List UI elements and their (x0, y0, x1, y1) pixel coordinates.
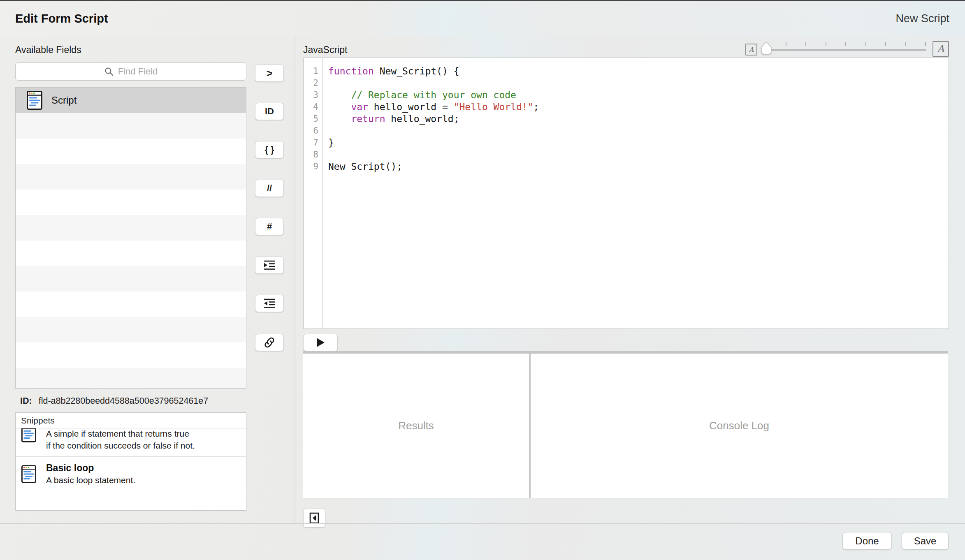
indent-button[interactable] (255, 257, 284, 274)
snippet-icon (21, 428, 36, 442)
code-line: 7} (304, 137, 949, 149)
field-row-script[interactable]: Script (16, 88, 246, 113)
slider-tick (805, 42, 806, 46)
empty-field-row (16, 266, 246, 292)
snippet-description-line: if the condition succeeds or false if no… (46, 440, 195, 451)
indent-icon (263, 260, 276, 271)
slider-tick (925, 42, 926, 46)
code-line: 6 (304, 125, 949, 137)
code-line: 2 (304, 77, 949, 89)
insert-braces-button[interactable]: { } (255, 141, 284, 158)
code-line: 5 return hello_world; (304, 113, 949, 125)
code-text: return hello_world; (322, 113, 459, 125)
code-text (322, 125, 328, 137)
insert-id-button[interactable]: ID (255, 103, 284, 120)
line-number: 8 (304, 149, 322, 161)
empty-field-row (16, 139, 246, 164)
font-size-small-button[interactable]: A (745, 44, 757, 56)
code-line: 4 var hello_world = "Hello World!"; (304, 101, 949, 113)
console-placeholder: Console Log (709, 419, 769, 432)
code-lines: 1function New_Script() {23 // Replace wi… (304, 65, 949, 173)
empty-field-rows (16, 113, 246, 389)
results-panel: Results (303, 354, 529, 498)
empty-field-row (16, 164, 246, 190)
slider-tick (786, 42, 786, 46)
line-number: 2 (304, 77, 322, 89)
insert-field-button[interactable]: > (255, 65, 284, 82)
header-bar: Edit Form Script New Script (0, 1, 965, 36)
outdent-button[interactable] (255, 295, 284, 312)
insert-comment-button[interactable]: // (255, 180, 284, 197)
snippet-description-line: A simple if statement that returns true (46, 428, 195, 440)
empty-field-row (16, 190, 246, 215)
empty-field-row (16, 317, 246, 342)
code-text (322, 149, 328, 161)
snippet-icon (21, 465, 36, 483)
empty-field-row (16, 241, 246, 266)
code-line: 9New_Script(); (304, 161, 949, 173)
panel-divider (295, 36, 295, 523)
output-panels: Results Console Log (303, 351, 948, 498)
search-placeholder: Find Field (118, 66, 158, 77)
script-field-icon (27, 91, 42, 110)
line-number: 5 (304, 113, 322, 125)
code-text: } (322, 137, 334, 149)
page-title: Edit Form Script (15, 1, 108, 36)
code-line: 3 // Replace with your own code (304, 89, 949, 101)
insert-link-button[interactable] (255, 334, 284, 351)
slider-tick (905, 42, 906, 46)
snippet-item-basic-loop[interactable]: Basic loop A basic loop statement. (16, 457, 246, 506)
find-field-input[interactable]: Find Field (15, 62, 246, 81)
insert-number-button[interactable]: # (255, 218, 284, 235)
snippet-item-if-statement[interactable]: A simple if statement that returns true … (16, 428, 246, 457)
script-name-label: New Script (895, 1, 949, 36)
empty-field-row (16, 292, 246, 317)
search-icon (104, 67, 114, 76)
snippets-panel: Snippets A simple if statement that retu… (15, 412, 246, 511)
empty-field-row (16, 113, 246, 139)
console-log-panel: Console Log (531, 354, 948, 498)
run-script-button[interactable] (303, 334, 338, 351)
save-button[interactable]: Save (902, 532, 949, 550)
snippets-list[interactable]: A simple if statement that returns true … (16, 428, 246, 510)
font-size-slider-thumb[interactable] (759, 41, 774, 56)
line-number: 7 (304, 137, 322, 149)
font-size-slider-ticks (766, 42, 926, 46)
field-label: Script (51, 95, 77, 106)
outdent-icon (263, 298, 276, 309)
field-id-row: ID:fld-a8b2280beedd4588a500e379652461e7 (20, 394, 208, 407)
font-size-large-button[interactable]: A (933, 41, 949, 57)
code-text: // Replace with your own code (322, 89, 516, 101)
available-fields-label: Available Fields (15, 44, 81, 56)
font-size-slider[interactable] (762, 49, 926, 51)
line-number: 1 (304, 65, 322, 77)
code-line: 8 (304, 149, 949, 161)
slider-tick (826, 42, 826, 46)
field-id-value: fld-a8b2280beedd4588a500e379652461e7 (39, 396, 209, 406)
code-text: function New_Script() { (322, 65, 459, 77)
empty-field-row (16, 368, 246, 389)
footer-divider (0, 523, 965, 524)
code-text (322, 77, 328, 89)
snippet-description-line: A basic loop statement. (46, 474, 135, 486)
line-number: 3 (304, 89, 322, 101)
results-placeholder: Results (398, 419, 434, 432)
collapse-left-icon (309, 512, 319, 524)
empty-field-row (16, 215, 246, 241)
snippets-header: Snippets (16, 413, 246, 428)
snippet-title: Basic loop (46, 462, 135, 474)
done-button[interactable]: Done (842, 532, 892, 550)
line-number: 4 (304, 101, 322, 113)
available-fields-list[interactable]: Script (15, 87, 246, 389)
slider-tick (885, 42, 886, 46)
code-line: 1function New_Script() { (304, 65, 949, 77)
slider-tick (865, 42, 866, 46)
code-editor[interactable]: 1function New_Script() {23 // Replace wi… (303, 58, 949, 329)
collapse-panel-button[interactable] (303, 509, 325, 528)
slider-tick (845, 42, 846, 46)
javascript-label: JavaScript (303, 44, 347, 56)
play-icon (315, 337, 325, 348)
code-text: New_Script(); (322, 161, 402, 173)
field-id-label: ID: (20, 396, 32, 406)
code-text: var hello_world = "Hello World!"; (322, 101, 539, 113)
